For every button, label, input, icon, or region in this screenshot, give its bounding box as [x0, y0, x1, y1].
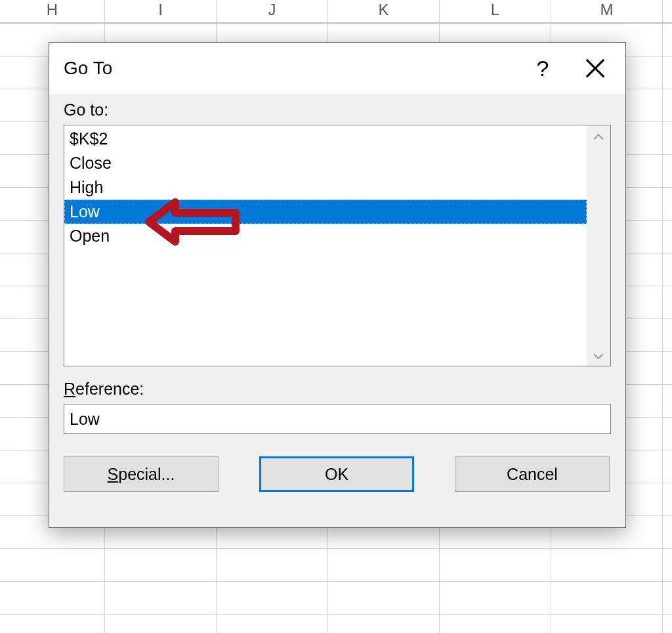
column-headers: HIJKLM — [0, 0, 672, 24]
grid-cell[interactable] — [328, 582, 440, 614]
grid-cell[interactable] — [105, 615, 217, 633]
grid-row — [0, 549, 672, 582]
goto-listbox[interactable]: $K$2CloseHighLowOpen — [64, 125, 611, 366]
list-item[interactable]: Close — [64, 151, 587, 175]
special-button[interactable]: Special... — [64, 456, 219, 492]
grid-cell[interactable] — [0, 549, 105, 581]
goto-label: Go to: — [64, 100, 611, 120]
column-header[interactable]: H — [0, 0, 105, 22]
grid-cell[interactable] — [440, 615, 551, 633]
grid-cell[interactable] — [551, 582, 663, 614]
cancel-button[interactable]: Cancel — [455, 456, 610, 492]
goto-dialog: Go To ? Go to: $K$2CloseHighLowOpen Refe… — [49, 42, 626, 528]
reference-input[interactable] — [64, 404, 611, 434]
grid-row — [0, 615, 672, 633]
dialog-title: Go To — [64, 58, 516, 79]
grid-cell[interactable] — [328, 615, 440, 633]
dialog-buttons: Special... OK Cancel — [64, 456, 611, 492]
close-icon — [585, 58, 605, 78]
column-header[interactable]: I — [105, 0, 217, 22]
grid-cell[interactable] — [551, 549, 663, 581]
grid-cell[interactable] — [217, 549, 328, 581]
grid-cell[interactable] — [105, 582, 217, 614]
list-item[interactable]: Open — [64, 224, 587, 248]
column-header[interactable]: K — [328, 0, 440, 22]
reference-label: Reference: — [64, 380, 611, 399]
grid-cell[interactable] — [328, 549, 440, 581]
close-button[interactable] — [569, 50, 621, 87]
list-item[interactable]: $K$2 — [64, 127, 587, 151]
dialog-titlebar: Go To ? — [49, 43, 625, 94]
grid-cell[interactable] — [0, 615, 105, 633]
grid-cell[interactable] — [217, 615, 328, 633]
reference-section: Reference: — [64, 380, 611, 434]
scroll-up-icon[interactable] — [593, 128, 604, 143]
grid-cell[interactable] — [440, 582, 551, 614]
column-header[interactable]: L — [440, 0, 551, 22]
list-item[interactable]: High — [64, 175, 587, 200]
list-item[interactable]: Low — [64, 200, 587, 224]
grid-cell[interactable] — [440, 549, 551, 581]
help-button[interactable]: ? — [516, 50, 569, 87]
grid-cell[interactable] — [217, 582, 328, 614]
grid-cell[interactable] — [551, 615, 663, 633]
scroll-down-icon[interactable] — [593, 348, 604, 363]
list-items: $K$2CloseHighLowOpen — [64, 125, 587, 366]
dialog-body: Go to: $K$2CloseHighLowOpen Reference: S… — [49, 94, 625, 506]
ok-button[interactable]: OK — [259, 456, 414, 492]
listbox-scrollbar[interactable] — [587, 125, 610, 366]
grid-row — [0, 582, 672, 615]
column-header[interactable]: M — [551, 0, 663, 22]
column-header[interactable]: J — [217, 0, 328, 22]
grid-cell[interactable] — [0, 582, 105, 614]
grid-cell[interactable] — [105, 549, 217, 581]
